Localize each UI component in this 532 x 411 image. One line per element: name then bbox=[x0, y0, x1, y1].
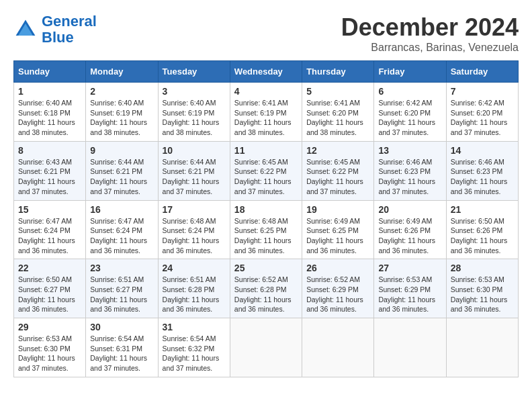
day-of-week-header-row: SundayMondayTuesdayWednesdayThursdayFrid… bbox=[14, 61, 519, 83]
day-info-15: Sunrise: 6:47 AMSunset: 6:24 PMDaylight:… bbox=[18, 216, 81, 256]
day-info-25: Sunrise: 6:52 AMSunset: 6:28 PMDaylight:… bbox=[234, 275, 298, 314]
day-number-25: 25 bbox=[234, 263, 298, 273]
day-info-29: Sunrise: 6:53 AMSunset: 6:30 PMDaylight:… bbox=[18, 334, 81, 373]
day-info-1: Sunrise: 6:40 AMSunset: 6:18 PMDaylight:… bbox=[18, 98, 81, 138]
day-number-4: 4 bbox=[234, 86, 298, 97]
day-number-2: 2 bbox=[90, 86, 153, 97]
day-cell-2: 2Sunrise: 6:40 AMSunset: 6:19 PMDaylight… bbox=[86, 83, 158, 142]
day-cell-4: 4Sunrise: 6:41 AMSunset: 6:19 PMDaylight… bbox=[230, 83, 302, 142]
empty-cell bbox=[446, 318, 518, 377]
day-info-17: Sunrise: 6:48 AMSunset: 6:24 PMDaylight:… bbox=[163, 216, 226, 256]
day-number-22: 22 bbox=[18, 263, 81, 273]
day-number-3: 3 bbox=[163, 86, 226, 97]
dow-tuesday: Tuesday bbox=[158, 61, 230, 83]
day-cell-11: 11Sunrise: 6:45 AMSunset: 6:22 PMDayligh… bbox=[230, 141, 302, 200]
day-cell-13: 13Sunrise: 6:46 AMSunset: 6:23 PMDayligh… bbox=[374, 141, 446, 200]
day-cell-8: 8Sunrise: 6:43 AMSunset: 6:21 PMDaylight… bbox=[14, 141, 86, 200]
day-cell-16: 16Sunrise: 6:47 AMSunset: 6:24 PMDayligh… bbox=[86, 200, 158, 259]
day-number-28: 28 bbox=[451, 263, 514, 273]
location-title: Barrancas, Barinas, Venezuela bbox=[341, 42, 519, 54]
day-number-29: 29 bbox=[18, 322, 81, 332]
day-number-14: 14 bbox=[451, 145, 514, 156]
day-info-10: Sunrise: 6:44 AMSunset: 6:21 PMDaylight:… bbox=[163, 157, 226, 197]
day-number-17: 17 bbox=[163, 204, 226, 215]
logo-icon bbox=[13, 17, 38, 42]
day-info-6: Sunrise: 6:42 AMSunset: 6:20 PMDaylight:… bbox=[378, 98, 441, 138]
day-info-13: Sunrise: 6:46 AMSunset: 6:23 PMDaylight:… bbox=[378, 157, 441, 197]
day-cell-9: 9Sunrise: 6:44 AMSunset: 6:21 PMDaylight… bbox=[86, 141, 158, 200]
day-info-9: Sunrise: 6:44 AMSunset: 6:21 PMDaylight:… bbox=[90, 157, 153, 197]
day-info-28: Sunrise: 6:53 AMSunset: 6:30 PMDaylight:… bbox=[451, 275, 514, 314]
week-row-2: 8Sunrise: 6:43 AMSunset: 6:21 PMDaylight… bbox=[14, 141, 519, 200]
day-info-30: Sunrise: 6:54 AMSunset: 6:31 PMDaylight:… bbox=[90, 334, 153, 373]
empty-cell bbox=[374, 318, 446, 377]
day-cell-22: 22Sunrise: 6:50 AMSunset: 6:27 PMDayligh… bbox=[14, 259, 86, 318]
day-info-27: Sunrise: 6:53 AMSunset: 6:29 PMDaylight:… bbox=[378, 275, 441, 314]
day-cell-7: 7Sunrise: 6:42 AMSunset: 6:20 PMDaylight… bbox=[446, 83, 518, 142]
day-number-24: 24 bbox=[163, 263, 226, 273]
day-cell-31: 31Sunrise: 6:54 AMSunset: 6:32 PMDayligh… bbox=[158, 318, 230, 377]
day-info-31: Sunrise: 6:54 AMSunset: 6:32 PMDaylight:… bbox=[163, 334, 226, 373]
week-row-1: 1Sunrise: 6:40 AMSunset: 6:18 PMDaylight… bbox=[14, 83, 519, 142]
week-row-3: 15Sunrise: 6:47 AMSunset: 6:24 PMDayligh… bbox=[14, 200, 519, 259]
day-number-5: 5 bbox=[306, 86, 369, 97]
day-cell-18: 18Sunrise: 6:48 AMSunset: 6:25 PMDayligh… bbox=[230, 200, 302, 259]
day-number-19: 19 bbox=[306, 204, 369, 215]
day-cell-1: 1Sunrise: 6:40 AMSunset: 6:18 PMDaylight… bbox=[14, 83, 86, 142]
day-number-9: 9 bbox=[90, 145, 153, 156]
page-header: General Blue December 2024 Barrancas, Ba… bbox=[13, 13, 519, 54]
day-number-15: 15 bbox=[18, 204, 81, 215]
day-info-12: Sunrise: 6:45 AMSunset: 6:22 PMDaylight:… bbox=[306, 157, 369, 197]
day-cell-26: 26Sunrise: 6:52 AMSunset: 6:29 PMDayligh… bbox=[302, 259, 374, 318]
day-number-12: 12 bbox=[306, 145, 369, 156]
day-number-11: 11 bbox=[234, 145, 298, 156]
day-number-13: 13 bbox=[378, 145, 441, 156]
day-cell-3: 3Sunrise: 6:40 AMSunset: 6:19 PMDaylight… bbox=[158, 83, 230, 142]
day-info-21: Sunrise: 6:50 AMSunset: 6:26 PMDaylight:… bbox=[451, 216, 514, 256]
day-cell-10: 10Sunrise: 6:44 AMSunset: 6:21 PMDayligh… bbox=[158, 141, 230, 200]
day-number-8: 8 bbox=[18, 145, 81, 156]
day-number-6: 6 bbox=[378, 86, 441, 97]
day-info-24: Sunrise: 6:51 AMSunset: 6:28 PMDaylight:… bbox=[163, 275, 226, 314]
day-number-7: 7 bbox=[451, 86, 514, 97]
day-cell-12: 12Sunrise: 6:45 AMSunset: 6:22 PMDayligh… bbox=[302, 141, 374, 200]
calendar-table: SundayMondayTuesdayWednesdayThursdayFrid… bbox=[13, 60, 519, 377]
day-cell-17: 17Sunrise: 6:48 AMSunset: 6:24 PMDayligh… bbox=[158, 200, 230, 259]
dow-saturday: Saturday bbox=[446, 61, 518, 83]
day-cell-21: 21Sunrise: 6:50 AMSunset: 6:26 PMDayligh… bbox=[446, 200, 518, 259]
dow-sunday: Sunday bbox=[14, 61, 86, 83]
week-row-5: 29Sunrise: 6:53 AMSunset: 6:30 PMDayligh… bbox=[14, 318, 519, 377]
day-number-30: 30 bbox=[90, 322, 153, 332]
day-info-11: Sunrise: 6:45 AMSunset: 6:22 PMDaylight:… bbox=[234, 157, 298, 197]
month-title: December 2024 bbox=[341, 13, 519, 42]
day-number-16: 16 bbox=[90, 204, 153, 215]
day-info-23: Sunrise: 6:51 AMSunset: 6:27 PMDaylight:… bbox=[90, 275, 153, 314]
day-info-3: Sunrise: 6:40 AMSunset: 6:19 PMDaylight:… bbox=[163, 98, 226, 138]
day-info-26: Sunrise: 6:52 AMSunset: 6:29 PMDaylight:… bbox=[306, 275, 369, 314]
day-number-27: 27 bbox=[378, 263, 441, 273]
day-info-2: Sunrise: 6:40 AMSunset: 6:19 PMDaylight:… bbox=[90, 98, 153, 138]
day-cell-25: 25Sunrise: 6:52 AMSunset: 6:28 PMDayligh… bbox=[230, 259, 302, 318]
title-section: December 2024 Barrancas, Barinas, Venezu… bbox=[341, 13, 519, 54]
day-cell-5: 5Sunrise: 6:41 AMSunset: 6:20 PMDaylight… bbox=[302, 83, 374, 142]
day-info-16: Sunrise: 6:47 AMSunset: 6:24 PMDaylight:… bbox=[90, 216, 153, 256]
day-info-5: Sunrise: 6:41 AMSunset: 6:20 PMDaylight:… bbox=[306, 98, 369, 138]
day-number-26: 26 bbox=[306, 263, 369, 273]
day-number-20: 20 bbox=[378, 204, 441, 215]
day-info-18: Sunrise: 6:48 AMSunset: 6:25 PMDaylight:… bbox=[234, 216, 298, 256]
day-cell-27: 27Sunrise: 6:53 AMSunset: 6:29 PMDayligh… bbox=[374, 259, 446, 318]
day-info-22: Sunrise: 6:50 AMSunset: 6:27 PMDaylight:… bbox=[18, 275, 81, 314]
day-number-10: 10 bbox=[163, 145, 226, 156]
dow-friday: Friday bbox=[374, 61, 446, 83]
logo-blue: Blue bbox=[42, 29, 74, 46]
day-cell-14: 14Sunrise: 6:46 AMSunset: 6:23 PMDayligh… bbox=[446, 141, 518, 200]
logo-text: General Blue bbox=[42, 13, 97, 46]
empty-cell bbox=[230, 318, 302, 377]
day-number-31: 31 bbox=[163, 322, 226, 332]
day-number-1: 1 bbox=[18, 86, 81, 97]
day-cell-30: 30Sunrise: 6:54 AMSunset: 6:31 PMDayligh… bbox=[86, 318, 158, 377]
day-number-23: 23 bbox=[90, 263, 153, 273]
day-number-18: 18 bbox=[234, 204, 298, 215]
logo: General Blue bbox=[13, 13, 97, 46]
week-row-4: 22Sunrise: 6:50 AMSunset: 6:27 PMDayligh… bbox=[14, 259, 519, 318]
